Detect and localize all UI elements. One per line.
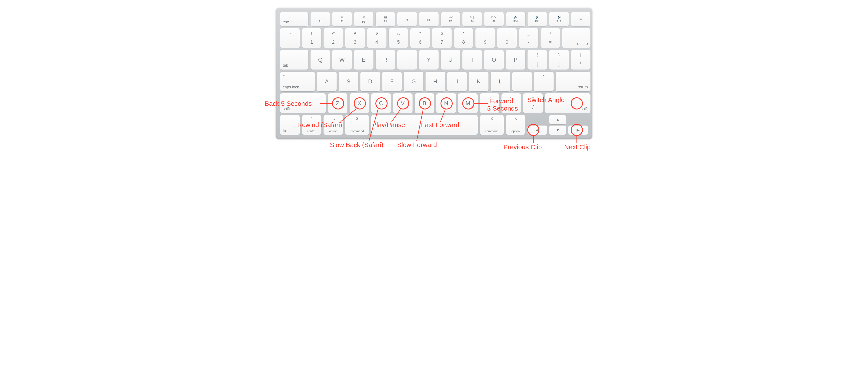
key-f8[interactable]: ▷‖F8	[462, 12, 482, 26]
key-f12[interactable]: 🔊F12	[549, 12, 569, 26]
key-f6[interactable]: F6	[419, 12, 439, 26]
key-lcommand[interactable]: ⌘command	[345, 115, 369, 135]
key-minus[interactable]: _-	[519, 28, 538, 48]
key-t[interactable]: T	[397, 50, 417, 70]
annotation-nextclip: Next Clip	[564, 143, 591, 151]
key-f9[interactable]: ▷▷F9	[484, 12, 504, 26]
key-capslock[interactable]: caps lock	[280, 72, 315, 91]
key-right-arrow[interactable]: ▶	[568, 125, 588, 135]
key-left-arrow[interactable]: ◀	[527, 125, 547, 135]
key-i[interactable]: I	[462, 50, 482, 70]
key-semicolon[interactable]: :;	[512, 72, 532, 91]
key-z[interactable]: Z	[328, 93, 348, 113]
key-x[interactable]: X	[349, 93, 369, 113]
key-up-arrow[interactable]: ▲	[549, 115, 566, 124]
key-f2[interactable]: ☀F2	[332, 12, 352, 26]
key-label: \	[580, 61, 581, 67]
key-f11[interactable]: 🔉F11	[527, 12, 547, 26]
key-fn[interactable]: fn	[280, 115, 300, 135]
arrow-left-icon: ◀	[536, 128, 539, 133]
key-comma[interactable]: <,	[479, 93, 499, 113]
key-4[interactable]: $4	[367, 28, 387, 48]
key-j[interactable]: J	[447, 72, 467, 91]
key-0[interactable]: )0	[497, 28, 517, 48]
key-shift-label: ^	[419, 31, 421, 36]
key-o[interactable]: O	[484, 50, 504, 70]
key-shift-label: }	[558, 53, 560, 57]
key-down-arrow[interactable]: ▼	[549, 125, 566, 135]
key-s[interactable]: S	[339, 72, 359, 91]
key-5[interactable]: %5	[389, 28, 408, 48]
key-label: Y	[427, 56, 431, 63]
key-e[interactable]: E	[354, 50, 374, 70]
key-esc[interactable]: esc	[280, 12, 309, 26]
key-h[interactable]: H	[425, 72, 445, 91]
key-f7[interactable]: ◅◅F7	[440, 12, 461, 26]
key-g[interactable]: G	[404, 72, 424, 91]
key-period[interactable]: >.	[501, 93, 521, 113]
key-y[interactable]: Y	[419, 50, 439, 70]
key-roption[interactable]: ⌥option	[506, 115, 526, 135]
key-r[interactable]: R	[375, 50, 395, 70]
key-u[interactable]: U	[440, 50, 461, 70]
key-rcommand[interactable]: ⌘command	[479, 115, 504, 135]
key-tab[interactable]: tab	[280, 50, 309, 70]
key-f3[interactable]: ⧉F3	[354, 12, 374, 26]
volume-down-icon: 🔉	[535, 15, 539, 19]
key-shift-label: #	[354, 31, 356, 36]
key-rbracket[interactable]: }]	[549, 50, 569, 70]
key-q[interactable]: Q	[310, 50, 330, 70]
key-label: F8	[471, 20, 474, 23]
key-v[interactable]: V	[393, 93, 413, 113]
key-k[interactable]: K	[469, 72, 489, 91]
key-return[interactable]: return	[556, 72, 591, 91]
key-backtick[interactable]: ~`	[280, 28, 300, 48]
key-8[interactable]: *8	[454, 28, 473, 48]
key-d[interactable]: D	[360, 72, 380, 91]
key-label: ;	[522, 83, 523, 88]
brightness-up-icon: ☀	[341, 15, 343, 19]
key-a[interactable]: A	[317, 72, 337, 91]
key-l[interactable]: L	[490, 72, 510, 91]
key-2[interactable]: @2	[323, 28, 343, 48]
key-6[interactable]: ^6	[410, 28, 430, 48]
key-space[interactable]	[371, 115, 478, 135]
key-backslash[interactable]: |\	[571, 50, 591, 70]
key-label: X	[358, 100, 361, 107]
key-label: delete	[577, 41, 588, 46]
key-shift-label: $	[376, 31, 378, 36]
key-n[interactable]: N	[436, 93, 456, 113]
key-label: esc	[283, 20, 289, 24]
key-m[interactable]: M	[458, 93, 478, 113]
key-lbracket[interactable]: {[	[527, 50, 547, 70]
key-label: V	[401, 100, 404, 107]
key-7[interactable]: &7	[432, 28, 452, 48]
key-3[interactable]: #3	[345, 28, 365, 48]
key-eject[interactable]: ⏏	[571, 12, 591, 26]
key-control[interactable]: ⌃control	[302, 115, 321, 135]
key-f5[interactable]: F5	[397, 12, 417, 26]
key-shift-label: @	[331, 31, 335, 36]
key-9[interactable]: (9	[475, 28, 495, 48]
key-lshift[interactable]: shift	[280, 93, 326, 113]
key-p[interactable]: P	[506, 50, 526, 70]
eject-icon: ⏏	[579, 18, 582, 21]
key-quote[interactable]: "'	[534, 72, 554, 91]
key-f[interactable]: F	[382, 72, 402, 91]
key-1[interactable]: !1	[302, 28, 321, 48]
rewind-icon: ◅◅	[448, 15, 453, 19]
key-f4[interactable]: ▦F4	[375, 12, 395, 26]
key-f1[interactable]: ☼F1	[310, 12, 330, 26]
key-delete[interactable]: delete	[562, 28, 591, 48]
key-c[interactable]: C	[371, 93, 391, 113]
key-slash[interactable]: ?/	[523, 93, 543, 113]
shift-row: shift Z X C V B N M <, >. ?/ shift	[280, 93, 588, 113]
key-w[interactable]: W	[332, 50, 352, 70]
key-b[interactable]: B	[414, 93, 434, 113]
key-equals[interactable]: +=	[540, 28, 560, 48]
key-rshift[interactable]: shift	[545, 93, 591, 113]
key-loption[interactable]: ⌥option	[323, 115, 343, 135]
qwerty-row: tab Q W E R T Y U I O P {[ }] |\	[280, 50, 588, 70]
key-f10[interactable]: 🔈F10	[506, 12, 526, 26]
key-label: ,	[489, 105, 490, 110]
